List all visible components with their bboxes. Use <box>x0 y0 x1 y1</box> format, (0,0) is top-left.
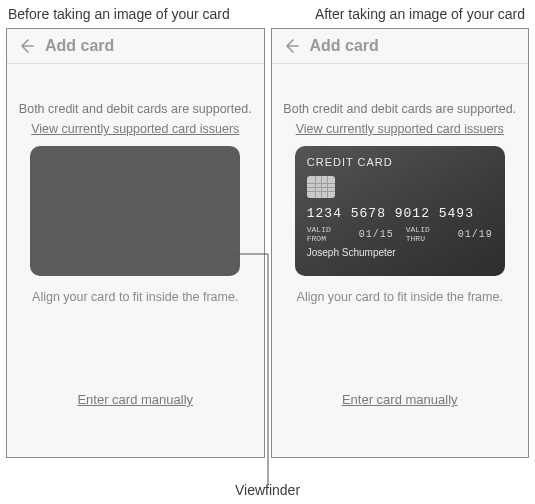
camera-viewfinder-card: CREDIT CARD 1234 5678 9012 5493 VALID FR… <box>295 146 505 276</box>
comparison-stage: Before taking an image of your card Add … <box>0 0 535 458</box>
titlebar: Add card <box>7 29 264 64</box>
titlebar: Add card <box>272 29 529 64</box>
card-chip-icon <box>307 176 335 198</box>
phone-screen-before: Add card Both credit and debit cards are… <box>6 28 265 458</box>
enter-manually-link[interactable]: Enter card manually <box>342 392 458 407</box>
supported-issuers-link[interactable]: View currently supported card issuers <box>31 122 239 136</box>
support-text: Both credit and debit cards are supporte… <box>19 102 252 116</box>
screen-title: Add card <box>45 37 114 55</box>
card-dates: VALID FROM 01/15 VALID THRU 01/19 <box>307 225 493 243</box>
before-column: Before taking an image of your card Add … <box>6 4 265 458</box>
valid-from-value: 01/15 <box>359 229 394 240</box>
valid-from-label: VALID FROM <box>307 225 347 243</box>
before-caption: Before taking an image of your card <box>6 4 265 28</box>
phone-screen-after: Add card Both credit and debit cards are… <box>271 28 530 458</box>
card-number: 1234 5678 9012 5493 <box>307 206 493 221</box>
viewfinder-annotation-label: Viewfinder <box>0 482 535 498</box>
camera-viewfinder-empty <box>30 146 240 276</box>
content-area: Both credit and debit cards are supporte… <box>7 64 264 457</box>
back-arrow-icon[interactable] <box>282 37 300 55</box>
after-column: After taking an image of your card Add c… <box>271 4 530 458</box>
align-instruction: Align your card to fit inside the frame. <box>297 290 503 304</box>
supported-issuers-link[interactable]: View currently supported card issuers <box>296 122 504 136</box>
back-arrow-icon[interactable] <box>17 37 35 55</box>
align-instruction: Align your card to fit inside the frame. <box>32 290 238 304</box>
support-text: Both credit and debit cards are supporte… <box>283 102 516 116</box>
content-area: Both credit and debit cards are supporte… <box>272 64 529 457</box>
enter-manually-link[interactable]: Enter card manually <box>77 392 193 407</box>
card-brand: CREDIT CARD <box>307 156 493 168</box>
card-holder: Joseph Schumpeter <box>307 247 493 258</box>
valid-thru-value: 01/19 <box>458 229 493 240</box>
valid-thru-label: VALID THRU <box>406 225 446 243</box>
screen-title: Add card <box>310 37 379 55</box>
after-caption: After taking an image of your card <box>271 4 530 28</box>
